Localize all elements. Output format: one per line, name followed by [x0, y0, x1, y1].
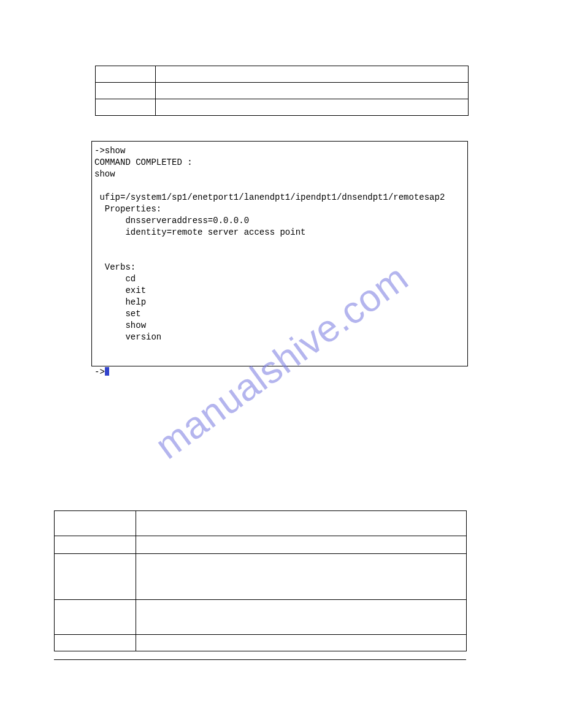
- verb-line: version: [125, 332, 161, 342]
- cell: [96, 99, 156, 116]
- prompt: ->: [94, 367, 105, 377]
- table-row: [55, 635, 467, 651]
- verb-line: show: [125, 320, 146, 330]
- cell: [55, 554, 136, 600]
- cell: [156, 66, 469, 83]
- verb-line: exit: [125, 286, 146, 295]
- property-line: identity=remote server access point: [125, 227, 305, 237]
- cell: [55, 635, 136, 651]
- cell: [136, 511, 467, 536]
- table-row: [96, 83, 469, 99]
- small-table: [95, 66, 469, 116]
- cell: [96, 66, 156, 83]
- cell: [55, 600, 136, 635]
- cell: [136, 600, 467, 635]
- terminal-output: ->show COMMAND COMPLETED : show ufip=/sy…: [91, 141, 468, 366]
- command-echo: show: [94, 169, 115, 179]
- cell: [55, 536, 136, 554]
- cell: [156, 83, 469, 99]
- large-table: [54, 510, 467, 651]
- properties-heading: Properties:: [105, 204, 161, 214]
- table-row: [55, 536, 467, 554]
- cell: [136, 635, 467, 651]
- cell: [96, 83, 156, 99]
- terminal-text: ->show COMMAND COMPLETED : show ufip=/sy…: [92, 142, 467, 382]
- footer-divider: [54, 659, 466, 660]
- cell: [136, 554, 467, 600]
- command-entered: show: [105, 146, 126, 156]
- verb-line: help: [125, 297, 146, 307]
- table-row: [55, 554, 467, 600]
- verbs-heading: Verbs:: [105, 262, 136, 272]
- verb-line: cd: [125, 274, 136, 284]
- document-page: ->show COMMAND COMPLETED : show ufip=/sy…: [0, 0, 563, 728]
- table-row: [96, 66, 469, 83]
- status-line: COMMAND COMPLETED :: [94, 157, 193, 167]
- cursor-icon: [105, 367, 109, 376]
- ufip-path: /system1/sp1/enetport1/lanendpt1/ipendpt…: [125, 192, 445, 202]
- cell: [156, 99, 469, 116]
- cell: [136, 536, 467, 554]
- table-row: [55, 600, 467, 635]
- verb-line: set: [125, 309, 140, 319]
- property-line: dnsserveraddress=0.0.0.0: [125, 216, 249, 226]
- cell: [55, 511, 136, 536]
- ufip-label: ufip=: [99, 192, 125, 202]
- table-row: [55, 511, 467, 536]
- table-row: [96, 99, 469, 116]
- prompt: ->: [94, 146, 105, 156]
